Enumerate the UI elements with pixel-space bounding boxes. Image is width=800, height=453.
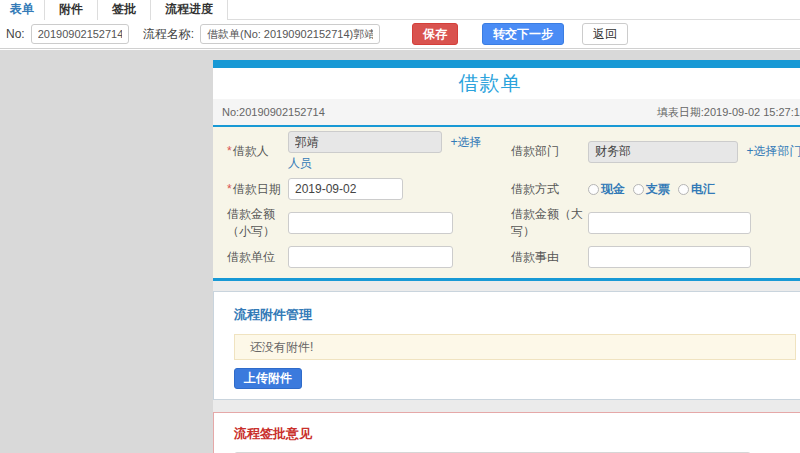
back-button[interactable]: 返回 <box>582 23 628 45</box>
amount-small-cell <box>288 212 497 234</box>
amount-big-cell <box>588 212 800 234</box>
radio-cash[interactable]: 现金 <box>588 181 625 198</box>
amount-big-input[interactable] <box>588 212 751 234</box>
borrower-label: *借款人 <box>213 143 288 160</box>
save-button[interactable]: 保存 <box>412 23 458 45</box>
section-gap <box>213 400 800 412</box>
loan-date-cell <box>288 178 497 200</box>
upload-attachment-button[interactable]: 上传附件 <box>234 368 302 389</box>
required-mark: * <box>227 144 232 158</box>
radio-wire[interactable]: 电汇 <box>678 181 715 198</box>
amount-small-input[interactable] <box>288 212 453 234</box>
department-label: 借款部门 <box>497 143 588 160</box>
loan-unit-label: 借款单位 <box>213 249 288 266</box>
loan-unit-input[interactable] <box>288 246 453 268</box>
panel-title-area: 借款单 <box>213 68 800 99</box>
flow-name-input[interactable] <box>200 24 380 44</box>
tab-form[interactable]: 表单 <box>0 0 45 20</box>
panel-top-accent-bar <box>213 60 800 68</box>
loan-form-panel: 借款单 No:20190902152714 填表日期:2019-09-02 15… <box>213 60 800 453</box>
borrower-input[interactable] <box>288 131 442 153</box>
form-fields: *借款人 +选择人员 借款部门 +选择部门 *借款日期 借款方式 现金 <box>213 127 800 281</box>
approval-section: 流程签批意见 B I abc ⚑ <box>213 412 800 453</box>
loan-method-label: 借款方式 <box>497 181 588 198</box>
radio-icon[interactable] <box>588 184 599 195</box>
loan-reason-label: 借款事由 <box>497 249 588 266</box>
attachments-heading: 流程附件管理 <box>234 306 794 324</box>
radio-icon[interactable] <box>633 184 644 195</box>
attachments-section: 流程附件管理 还没有附件! 上传附件 <box>213 291 800 400</box>
tab-bar: 表单 附件 签批 流程进度 <box>0 0 800 20</box>
no-label: No: <box>6 27 25 41</box>
tab-approval[interactable]: 签批 <box>98 0 151 20</box>
tab-attachment[interactable]: 附件 <box>45 0 98 20</box>
command-bar: No: 流程名称: 保存 转交下一步 返回 <box>0 20 800 49</box>
forward-next-step-button[interactable]: 转交下一步 <box>482 23 564 45</box>
amount-small-label: 借款金额（小写） <box>213 206 288 240</box>
no-attachments-alert: 还没有附件! <box>234 334 796 360</box>
no-input[interactable] <box>31 24 129 44</box>
approval-heading: 流程签批意见 <box>234 425 794 443</box>
loan-method-cell: 现金 支票 电汇 <box>588 181 800 198</box>
form-date-text: 填表日期:2019-09-02 15:27:14 <box>657 105 800 120</box>
tab-progress[interactable]: 流程进度 <box>151 0 228 20</box>
form-number-text: No:20190902152714 <box>222 106 325 118</box>
form-meta-strip: No:20190902152714 填表日期:2019-09-02 15:27:… <box>213 99 800 127</box>
borrower-cell: +选择人员 <box>288 131 497 172</box>
required-mark: * <box>227 182 232 196</box>
department-input[interactable] <box>588 141 738 163</box>
section-gap <box>213 281 800 291</box>
radio-cheque[interactable]: 支票 <box>633 181 670 198</box>
loan-reason-input[interactable] <box>588 246 751 268</box>
select-department-link[interactable]: +选择部门 <box>746 144 800 158</box>
page-background: 借款单 No:20190902152714 填表日期:2019-09-02 15… <box>0 50 800 453</box>
radio-icon[interactable] <box>678 184 689 195</box>
department-cell: +选择部门 <box>588 141 800 163</box>
loan-date-input[interactable] <box>288 178 403 200</box>
loan-reason-cell <box>588 246 800 268</box>
loan-unit-cell <box>288 246 497 268</box>
page-title: 借款单 <box>459 70 568 97</box>
flow-name-label: 流程名称: <box>143 26 194 43</box>
amount-big-label: 借款金额（大写） <box>497 206 588 240</box>
loan-date-label: *借款日期 <box>213 181 288 198</box>
